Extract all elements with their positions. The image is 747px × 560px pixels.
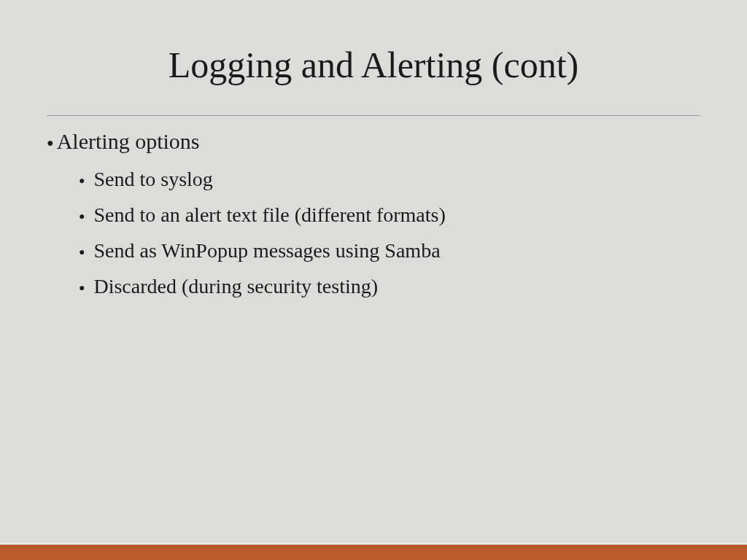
bullet-text: Alerting options bbox=[57, 129, 200, 154]
bullet-text: Send as WinPopup messages using Samba bbox=[93, 239, 440, 262]
bullet-dot-icon: ● bbox=[79, 171, 85, 191]
bullet-level2: ● Discarded (during security testing) bbox=[79, 275, 700, 300]
bullet-dot-icon: ● bbox=[79, 242, 85, 262]
bullet-level1: ● Alerting options bbox=[47, 129, 700, 156]
slide-content: ● Alerting options ● Send to syslog ● Se… bbox=[0, 129, 747, 300]
bullet-level2: ● Send to an alert text file (different … bbox=[79, 203, 700, 229]
bullet-text: Send to an alert text file (different fo… bbox=[93, 203, 445, 227]
bullet-dot-icon: ● bbox=[79, 206, 85, 227]
slide-title: Logging and Alerting (cont) bbox=[0, 44, 747, 86]
bullet-dot-icon: ● bbox=[79, 278, 85, 298]
bullet-level2: ● Send as WinPopup messages using Samba bbox=[79, 239, 700, 265]
bullet-text: Send to syslog bbox=[93, 168, 212, 191]
footer-accent-bar bbox=[0, 542, 747, 560]
slide-container: Logging and Alerting (cont) ● Alerting o… bbox=[0, 0, 747, 560]
bullet-text: Discarded (during security testing) bbox=[93, 275, 378, 298]
bullet-level2: ● Send to syslog bbox=[79, 168, 700, 193]
title-divider bbox=[47, 115, 700, 116]
bullet-dot-icon: ● bbox=[47, 132, 54, 154]
